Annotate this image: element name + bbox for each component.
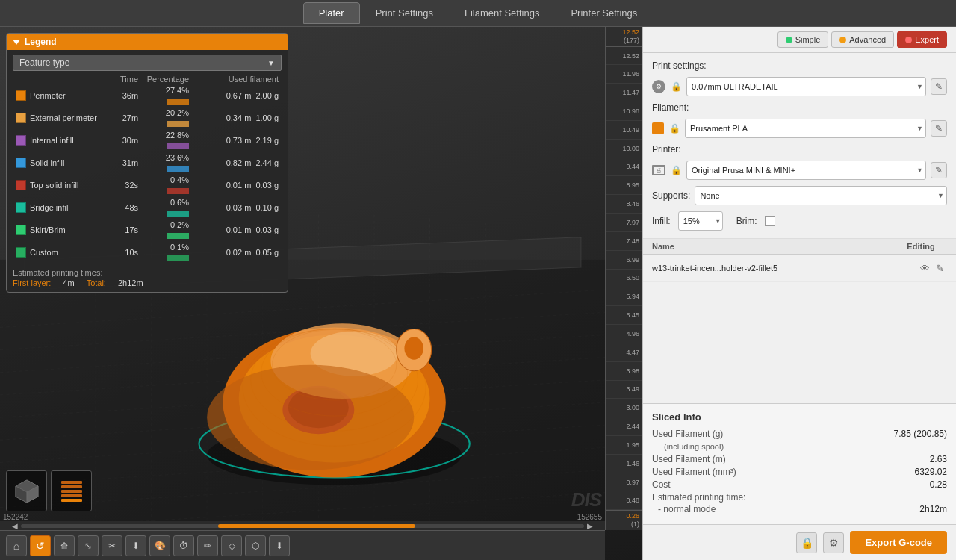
ruler-top-val: 12.52 (177): [606, 27, 642, 47]
legend-color-swatch: [16, 135, 26, 146]
viewport: Legend Feature type ▼ Time Percentage Us…: [0, 27, 642, 560]
tab-print-settings[interactable]: Print Settings: [360, 2, 449, 24]
scroll-right-arrow[interactable]: ▶: [587, 522, 593, 530]
mode-simple-btn[interactable]: Simple: [777, 31, 829, 48]
viewport-toolbar: ⌂ ↺ ⟰ ⤡ ✂ ⬇ 🎨 ⏱ ✏ ◇ ⬡ ⬇: [0, 530, 605, 560]
ruler-mark: 5.45: [606, 306, 642, 325]
advanced-dot: [839, 37, 846, 43]
legend-row: Bridge infill 48s 0.6% 0.03 m 0.10 g: [13, 196, 282, 219]
legend-row-name: Skirt/Brim: [30, 225, 66, 234]
normal-mode-label: - normal mode: [658, 504, 716, 514]
legend-title: Legend: [25, 37, 57, 47]
ruler-mark: 0.97: [606, 473, 642, 492]
printer-edit-icon[interactable]: ✎: [931, 162, 947, 178]
ruler-mark: 4.96: [606, 325, 642, 343]
tab-plater[interactable]: Plater: [303, 2, 360, 24]
toolbar-btn-cut[interactable]: ✂: [102, 535, 122, 556]
feature-type-dropdown[interactable]: Feature type ▼: [13, 55, 282, 71]
object-edit-icon[interactable]: ✎: [932, 261, 947, 276]
object-eye-icon[interactable]: 👁: [917, 261, 932, 276]
brim-checkbox[interactable]: [765, 216, 775, 226]
watermark: DIS: [571, 488, 601, 511]
filament-select[interactable]: Prusament PLA: [685, 119, 926, 138]
toolbar-btn-rotate[interactable]: ↺: [30, 535, 51, 556]
toolbar-btn-move[interactable]: ⟰: [54, 535, 75, 556]
toolbar-btn-export[interactable]: ⬇: [269, 535, 290, 556]
svg-rect-45: [61, 490, 82, 493]
scroll-thumb[interactable]: [218, 524, 415, 528]
legend-color-swatch: [16, 225, 26, 235]
legend-dist: 0.03 m 0.10 g: [192, 196, 282, 219]
mode-simple-label: Simple: [795, 35, 821, 44]
legend-triangle-icon: [13, 40, 20, 45]
toolbar-btn-support[interactable]: ◇: [221, 535, 242, 556]
col-editing-header: Editing: [895, 242, 947, 251]
toolbar-btn-lay[interactable]: ⬇: [125, 535, 146, 556]
print-settings-lock-icon: 🔒: [670, 81, 682, 93]
scroll-left-arrow[interactable]: ◀: [12, 522, 18, 530]
tab-filament-settings[interactable]: Filament Settings: [449, 2, 555, 24]
object-name: w13-trinket-incen...holder-v2-fillet5: [652, 264, 917, 273]
ruler-mark: 3.98: [606, 362, 642, 381]
toolbar-btn-scale[interactable]: ⤡: [78, 535, 99, 556]
nav-cube[interactable]: [6, 470, 47, 511]
sliced-title: Sliced Info: [652, 411, 947, 423]
expert-dot: [905, 37, 912, 43]
legend-row: Internal infill 30m 22.8% 0.73 m 2.19 g: [13, 129, 282, 152]
legend-row: Perimeter 36m 27.4% 0.67 m 2.00 g: [13, 84, 282, 107]
toolbar-btn-paint[interactable]: 🎨: [149, 535, 170, 556]
tab-printer-settings[interactable]: Printer Settings: [555, 2, 653, 24]
right-ruler: 12.52 (177) 12.5211.9611.4710.9810.4910.…: [605, 27, 642, 530]
printer-label: Printer:: [652, 144, 681, 155]
legend-row: Solid infill 31m 23.6% 0.82 m 2.44 g: [13, 152, 282, 174]
infill-select[interactable]: 15%: [678, 211, 723, 231]
toolbar-btn-home[interactable]: ⌂: [6, 535, 27, 556]
objects-list: w13-trinket-incen...holder-v2-fillet5 👁 …: [643, 255, 956, 403]
simple-dot: [786, 37, 792, 43]
toolbar-btn-clone[interactable]: ⬡: [245, 535, 266, 556]
filament-label: Filament:: [652, 102, 689, 113]
filament-color-dot: [652, 122, 664, 134]
h-scrollbar[interactable]: ◀ ▶: [0, 521, 605, 530]
infill-label: Infill:: [652, 216, 671, 226]
right-panel: Simple Advanced Expert Print settings: ⚙…: [642, 27, 956, 560]
mode-expert-btn[interactable]: Expert: [897, 31, 947, 48]
ruler-mark: 7.48: [606, 232, 642, 251]
ruler-mark: 9.44: [606, 158, 642, 177]
legend-time: 31m: [117, 152, 141, 174]
toolbar-btn-time[interactable]: ⏱: [173, 535, 194, 556]
legend-pct-cell: 22.8%: [141, 129, 192, 152]
supports-label: Supports:: [652, 190, 690, 201]
mode-advanced-btn[interactable]: Advanced: [831, 31, 894, 48]
print-settings-select[interactable]: 0.07mm ULTRADETAIL: [686, 77, 926, 96]
gear-btn[interactable]: ⚙: [823, 532, 844, 553]
toolbar-btn-seam[interactable]: ✏: [197, 535, 218, 556]
print-settings-edit-icon[interactable]: ✎: [931, 78, 947, 95]
object-row[interactable]: w13-trinket-incen...holder-v2-fillet5 👁 …: [643, 255, 956, 282]
first-layer-val: 4m: [63, 279, 74, 287]
legend-panel: Legend Feature type ▼ Time Percentage Us…: [6, 33, 288, 293]
export-gcode-button[interactable]: Export G-code: [850, 531, 947, 554]
ruler-mark: 4.47: [606, 343, 642, 362]
lock-btn[interactable]: 🔒: [796, 532, 817, 553]
legend-dist: 0.73 m 2.19 g: [192, 129, 282, 152]
legend-pct-cell: 23.6%: [141, 152, 192, 174]
filament-edit-icon[interactable]: ✎: [931, 120, 947, 137]
legend-row: External perimeter 27m 20.2% 0.34 m 1.00…: [13, 107, 282, 129]
ruler-mark: 5.94: [606, 287, 642, 306]
supports-select[interactable]: None: [695, 186, 947, 205]
legend-time: 10s: [117, 241, 141, 264]
col-time-header: Time: [117, 74, 141, 84]
nav-layers[interactable]: [51, 470, 92, 511]
normal-mode-val: 2h12m: [919, 504, 947, 514]
legend-color-swatch: [16, 180, 26, 190]
filament-lock-icon: 🔒: [668, 122, 680, 134]
filament-spool-label: (including spool): [664, 442, 724, 451]
ruler-mark: 7.97: [606, 214, 642, 232]
legend-row: Custom 10s 0.1% 0.02 m 0.05 g: [13, 241, 282, 264]
ruler-mark: 8.46: [606, 195, 642, 214]
ruler-bottom-val: 0.26 (1): [606, 510, 642, 530]
printer-select[interactable]: Original Prusa MINI & MINI+: [686, 161, 926, 180]
legend-time: 27m: [117, 107, 141, 129]
svg-point-32: [207, 365, 414, 470]
